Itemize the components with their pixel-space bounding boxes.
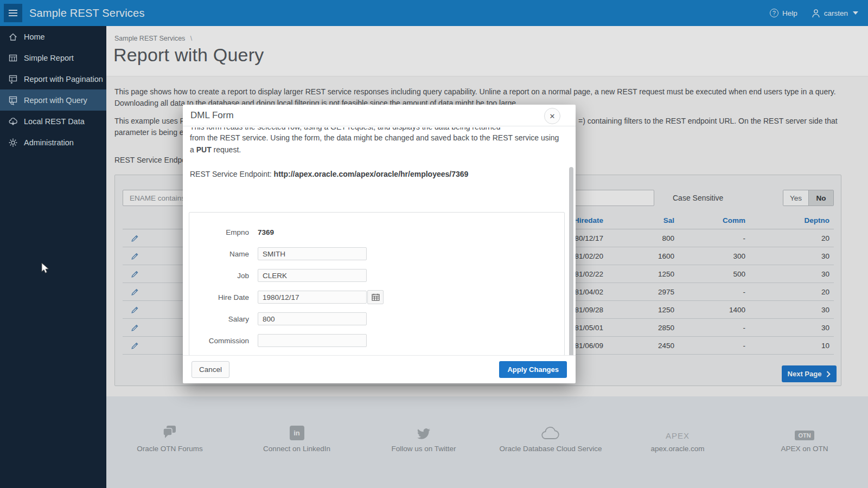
close-icon: ✕ xyxy=(550,112,556,120)
salary-label: Salary xyxy=(189,315,249,323)
job-field[interactable] xyxy=(258,269,367,282)
datepicker-button[interactable] xyxy=(367,290,384,304)
form-row-name: Name xyxy=(189,247,564,260)
hiredate-label: Hire Date xyxy=(189,293,249,301)
dialog-title: DML Form xyxy=(190,110,234,121)
dialog-header: DML Form ✕ xyxy=(183,105,576,126)
cancel-button[interactable]: Cancel xyxy=(192,361,229,378)
employee-form: Empno 7369 Name Job Hire Date xyxy=(189,212,565,355)
form-row-empno: Empno 7369 xyxy=(189,226,564,239)
form-row-salary: Salary xyxy=(189,312,564,325)
dialog-scrollbar[interactable] xyxy=(569,167,573,355)
commission-field[interactable] xyxy=(258,334,367,347)
dialog-footer: Cancel Apply Changes xyxy=(183,355,576,383)
form-row-commission: Commission xyxy=(189,334,564,347)
salary-field[interactable] xyxy=(258,312,367,325)
clipped-text-line: This form reads the selected row, using … xyxy=(190,127,561,132)
close-dialog-button[interactable]: ✕ xyxy=(544,108,560,124)
rest-endpoint-line: REST Service Endpoint: http://apex.oracl… xyxy=(190,170,468,178)
form-row-hiredate: Hire Date xyxy=(189,291,564,304)
name-field[interactable] xyxy=(258,247,367,260)
rest-endpoint-url: http://apex.oracle.com/apex/oracle/hr/em… xyxy=(274,170,469,178)
empno-value: 7369 xyxy=(258,228,274,236)
dialog-body: This form reads the selected row, using … xyxy=(183,126,576,355)
calendar-icon xyxy=(372,293,380,301)
dml-form-dialog: DML Form ✕ This form reads the selected … xyxy=(183,105,576,383)
apply-changes-button[interactable]: Apply Changes xyxy=(499,361,567,378)
hiredate-field[interactable] xyxy=(258,291,367,304)
dialog-description: from the REST service. Using the form, t… xyxy=(190,132,561,156)
name-label: Name xyxy=(189,250,249,258)
commission-label: Commission xyxy=(189,337,249,345)
job-label: Job xyxy=(189,272,249,280)
form-row-job: Job xyxy=(189,269,564,282)
app-screen: Sample REST Services ? Help carsten Home… xyxy=(0,0,868,488)
empno-label: Empno xyxy=(189,228,249,236)
